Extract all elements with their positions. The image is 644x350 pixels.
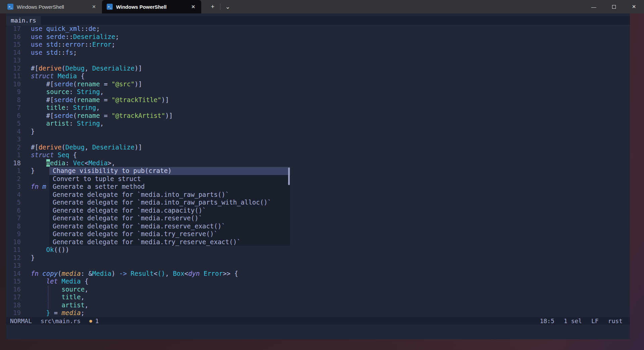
statusline-item: LF: [591, 317, 599, 325]
code-line[interactable]: 5 artist: String,: [6, 120, 630, 128]
statusline-left: NORMAL src\main.rs ● 1: [10, 317, 99, 325]
restore-button[interactable]: [604, 0, 624, 13]
titlebar: >_ Windows PowerShell ✕ >_ Windows Power…: [0, 0, 644, 13]
code-line[interactable]: 18 media: Vec<Media>,: [6, 159, 630, 167]
code-action-item[interactable]: Generate delegate for `media.into_raw_pa…: [49, 199, 290, 207]
code-line[interactable]: 2#[derive(Debug, Deserialize)]: [6, 143, 630, 151]
bufferline: main.rs: [6, 16, 630, 25]
code-text: use quick_xml::de;: [31, 25, 100, 33]
tab-bar: >_ Windows PowerShell ✕ >_ Windows Power…: [0, 0, 201, 13]
code-text: fn copy(media: &Media) -> Result<(), Box…: [31, 270, 238, 278]
code-action-item[interactable]: Generate delegate for `media.try_reserve…: [49, 238, 290, 246]
code-line[interactable]: 16 │ source,: [6, 286, 630, 294]
code-action-item[interactable]: Generate delegate for `media.reserve_exa…: [49, 222, 290, 230]
code-text: │ title,: [31, 293, 85, 301]
text-cursor: m: [46, 159, 50, 167]
code-text: #[derive(Debug, Deserialize)]: [31, 143, 142, 151]
code-line[interactable]: 10 #[serde(rename = "@src")]: [6, 80, 630, 88]
code-text: } = media;: [31, 309, 85, 317]
warning-count: 1: [95, 317, 99, 325]
code-line[interactable]: 9 source: String,: [6, 88, 630, 96]
line-number: 15: [6, 277, 21, 286]
new-tab-button[interactable]: +: [207, 0, 219, 13]
line-number: 16: [6, 286, 21, 294]
code-text: fn m: [31, 183, 46, 191]
restore-icon: [612, 5, 616, 9]
line-number: 8: [6, 96, 21, 104]
code-line[interactable]: 14use std::fs;: [6, 49, 630, 57]
line-number: 15: [6, 41, 21, 49]
code-line[interactable]: 12}: [6, 254, 630, 262]
line-number: 17: [6, 293, 21, 301]
code-line[interactable]: 11struct Media {: [6, 72, 630, 80]
line-number: 17: [6, 25, 21, 33]
line-number: 18: [6, 301, 21, 309]
line-number: 4: [6, 191, 21, 199]
line-number: 7: [6, 214, 21, 222]
code-text: use serde::Deserialize;: [31, 33, 119, 41]
tab-windows-powershell-1[interactable]: >_ Windows PowerShell ✕: [3, 0, 102, 13]
code-text: use std::error::Error;: [31, 41, 115, 49]
tab-close-icon[interactable]: ✕: [89, 2, 99, 11]
code-line[interactable]: 14fn copy(media: &Media) -> Result<(), B…: [6, 270, 630, 278]
line-number: 14: [6, 270, 21, 278]
tab-title: Windows PowerShell: [116, 4, 185, 10]
buffer-tab-main-rs[interactable]: main.rs: [6, 16, 41, 25]
minimize-button[interactable]: —: [584, 0, 604, 13]
popup-scrollbar[interactable]: [288, 168, 290, 185]
code-text: #[serde(rename = "@trackTitle")]: [31, 96, 169, 104]
code-line[interactable]: 19 } = media;: [6, 309, 630, 317]
statusline-right: 18:51 selLFrust: [540, 317, 623, 325]
code-text: struct Media {: [31, 72, 85, 80]
code-action-item[interactable]: Change visibility to pub(crate): [49, 167, 290, 175]
close-button[interactable]: ✕: [624, 0, 644, 13]
code-line[interactable]: 6 #[serde(rename = "@trackArtist")]: [6, 112, 630, 120]
tab-dropdown-button[interactable]: ⌄: [222, 0, 234, 13]
code-action-item[interactable]: Generate a setter method: [49, 183, 290, 191]
code-text: artist: String,: [31, 120, 104, 128]
code-line[interactable]: 1struct Seq {: [6, 151, 630, 159]
code-line[interactable]: 16use serde::Deserialize;: [6, 33, 630, 41]
code-line[interactable]: 13: [6, 56, 630, 64]
terminal-pane: main.rs 17use quick_xml::de;16use serde:…: [6, 13, 630, 339]
code-line[interactable]: 8 #[serde(rename = "@trackTitle")]: [6, 96, 630, 104]
code-line[interactable]: 4}: [6, 128, 630, 136]
code-line[interactable]: 7 title: String,: [6, 104, 630, 112]
code-action-item[interactable]: Convert to tuple struct: [49, 175, 290, 183]
code-text: }: [31, 128, 35, 136]
statusline: NORMAL src\main.rs ● 1 18:51 selLFrust: [6, 317, 630, 325]
code-line[interactable]: 15 let Media {: [6, 277, 630, 286]
code-action-item[interactable]: Generate delegate for `media.into_raw_pa…: [49, 191, 290, 199]
line-number: 8: [6, 222, 21, 230]
code-line[interactable]: 15use std::error::Error;: [6, 41, 630, 49]
powershell-icon: >_: [107, 4, 113, 10]
code-action-item[interactable]: Generate delegate for `media.reserve()`: [49, 214, 290, 222]
line-number: 1: [6, 151, 21, 159]
line-number: 1: [6, 167, 21, 175]
code-text: #[serde(rename = "@trackArtist")]: [31, 112, 173, 120]
code-text: struct Seq {: [31, 151, 77, 159]
statusline-item: rust: [608, 317, 623, 325]
code-line[interactable]: 12#[derive(Debug, Deserialize)]: [6, 64, 630, 73]
line-number: 7: [6, 104, 21, 112]
line-number: 13: [6, 262, 21, 270]
code-line[interactable]: 17 │ title,: [6, 293, 630, 301]
tab-windows-powershell-2[interactable]: >_ Windows PowerShell ✕: [102, 0, 201, 13]
line-number: 3: [6, 135, 21, 143]
editor-mode: NORMAL: [10, 317, 32, 325]
line-number: 10: [6, 80, 21, 88]
line-number: 3: [6, 183, 21, 191]
code-line[interactable]: 17use quick_xml::de;: [6, 25, 630, 33]
code-text: let Media {: [31, 277, 89, 286]
code-line[interactable]: 18 │ artist,: [6, 301, 630, 309]
line-number: 19: [6, 309, 21, 317]
code-action-item[interactable]: Generate delegate for `media.try_reserve…: [49, 230, 290, 238]
code-action-item[interactable]: Generate delegate for `media.capacity()`: [49, 207, 290, 215]
line-number: 6: [6, 207, 21, 215]
code-text: source: String,: [31, 88, 104, 96]
line-number: 2: [6, 143, 21, 151]
code-line[interactable]: 11 Ok(()): [6, 246, 630, 254]
tab-close-icon[interactable]: ✕: [189, 2, 198, 11]
code-line[interactable]: 13: [6, 262, 630, 270]
code-line[interactable]: 3: [6, 135, 630, 143]
